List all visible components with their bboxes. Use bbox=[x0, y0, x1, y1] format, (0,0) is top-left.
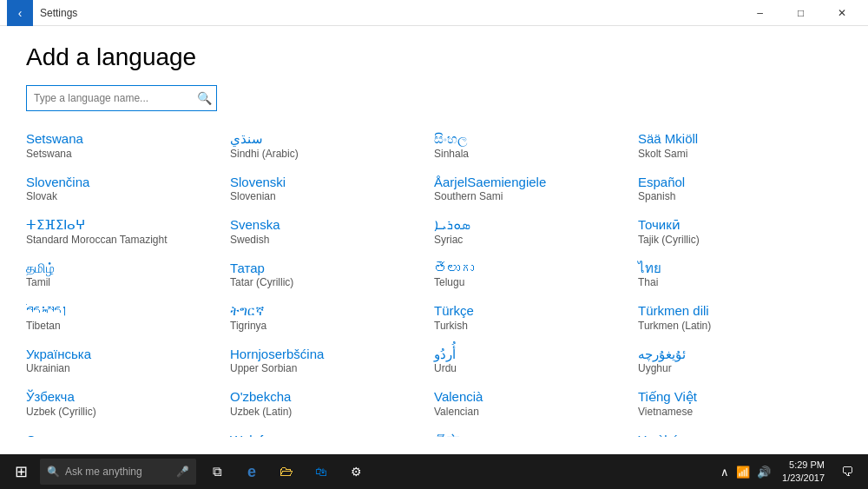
list-item[interactable]: ئۇيغۇرچەUyghur bbox=[638, 340, 842, 384]
store-button[interactable]: 🛍 bbox=[306, 456, 337, 487]
lang-native-name: Українська bbox=[26, 346, 223, 363]
list-item[interactable]: Tiếng ViệtVietnamese bbox=[638, 383, 842, 426]
lang-english-name: Uzbek (Latin) bbox=[230, 406, 427, 418]
list-item[interactable]: سنڌيSindhi (Arabic) bbox=[230, 125, 434, 169]
search-input[interactable] bbox=[27, 92, 192, 104]
windows-icon: ⊞ bbox=[15, 462, 28, 481]
lang-native-name: Hornjoserbšćina bbox=[230, 346, 427, 363]
list-item[interactable]: Sää MkiöllSkolt Sami bbox=[638, 125, 842, 169]
list-item[interactable]: TürkçeTurkish bbox=[434, 297, 638, 340]
list-item[interactable]: SetswanaSetswana bbox=[26, 125, 230, 169]
lang-native-name: తెలుగు bbox=[434, 260, 631, 277]
list-item[interactable]: أُردُوUrdu bbox=[434, 340, 638, 384]
taskbar-search-icon: 🔍 bbox=[47, 466, 60, 478]
clock-date: 1/23/2017 bbox=[782, 472, 825, 485]
search-icon: 🔍 bbox=[192, 86, 216, 110]
lang-native-name: ئۇيغۇرچە bbox=[638, 346, 835, 363]
lang-native-name: Точикӣ bbox=[638, 216, 835, 234]
edge-button[interactable]: e bbox=[236, 456, 267, 487]
explorer-button[interactable]: 🗁 bbox=[271, 456, 302, 487]
list-item[interactable]: УкраїнськаUkrainian bbox=[26, 340, 230, 384]
taskbar-clock[interactable]: 5:29 PM 1/23/2017 bbox=[777, 459, 830, 486]
scroll-area[interactable]: SetswanaSetswanaسنڌيSindhi (Arabic)සිංහල… bbox=[26, 125, 842, 437]
list-item[interactable]: SvenskaSwedish bbox=[230, 211, 434, 254]
list-item[interactable]: தமிழ்Tamil bbox=[26, 254, 230, 298]
lang-english-name: Uzbek (Cyrillic) bbox=[26, 406, 223, 418]
list-item[interactable]: EspañolSpanish bbox=[638, 169, 842, 212]
lang-english-name: Turkish bbox=[434, 320, 631, 332]
lang-english-name: Swedish bbox=[230, 234, 427, 246]
list-item[interactable]: ЎзбекчаUzbek (Cyrillic) bbox=[26, 383, 230, 426]
list-item[interactable]: ÅarjelSaemiengieleSouthern Sami bbox=[434, 169, 638, 212]
list-item[interactable]: ትግርኛTigrinya bbox=[230, 297, 434, 340]
content-wrapper: SetswanaSetswanaسنڌيSindhi (Arabic)සිංහල… bbox=[26, 125, 842, 437]
list-item[interactable]: O'zbekchaUzbek (Latin) bbox=[230, 383, 434, 426]
lang-native-name: ÅarjelSaemiengiele bbox=[434, 174, 631, 191]
list-item[interactable]: ไทยThai bbox=[638, 254, 842, 298]
list-item[interactable]: ܣܘܪܝܐSyriac bbox=[434, 211, 638, 254]
lang-native-name: ትግርኛ bbox=[230, 302, 427, 320]
back-button[interactable]: ‹ bbox=[7, 0, 33, 26]
lang-native-name: Tiếng Việt bbox=[638, 388, 835, 406]
list-item[interactable]: ТатарTatar (Cyrillic) bbox=[230, 254, 434, 298]
lang-english-name: Tibetan bbox=[26, 320, 223, 332]
lang-native-name: සිංහල bbox=[434, 130, 631, 148]
maximize-button[interactable]: □ bbox=[781, 0, 820, 26]
taskbar-right: ∧ 📶 🔊 5:29 PM 1/23/2017 🗨 bbox=[718, 456, 865, 487]
list-item[interactable]: YorùbáYoruba bbox=[638, 426, 842, 438]
settings-button[interactable]: ⚙ bbox=[340, 456, 372, 487]
network-icon[interactable]: 📶 bbox=[733, 466, 753, 479]
lang-english-name: Syriac bbox=[434, 234, 631, 246]
lang-english-name: Vietnamese bbox=[638, 406, 835, 418]
lang-native-name: ไทย bbox=[638, 260, 835, 277]
taskbar-search[interactable]: 🔍 Ask me anything 🎤 bbox=[40, 459, 196, 485]
lang-english-name: Thai bbox=[638, 276, 835, 288]
list-item[interactable]: తెలుగుTelugu bbox=[434, 254, 638, 298]
notification-button[interactable]: 🗨 bbox=[833, 456, 861, 487]
title-bar-title: Settings bbox=[40, 7, 77, 19]
list-item[interactable]: HornjoserbšćinaUpper Sorbian bbox=[230, 340, 434, 384]
task-view-button[interactable]: ⧉ bbox=[201, 456, 233, 487]
lang-native-name: أُردُو bbox=[434, 346, 631, 363]
list-item[interactable]: CymraegWelsh bbox=[26, 426, 230, 438]
list-item[interactable]: 彝文Yi bbox=[434, 426, 638, 438]
lang-native-name: བོད་སྐད། bbox=[26, 302, 223, 320]
list-item[interactable]: WolofWolof bbox=[230, 426, 434, 438]
up-arrow-icon[interactable]: ∧ bbox=[718, 466, 732, 479]
lang-native-name: Sää Mkiöll bbox=[638, 130, 835, 148]
minimize-button[interactable]: – bbox=[740, 0, 779, 26]
lang-native-name: Setswana bbox=[26, 130, 223, 148]
lang-native-name: Valencià bbox=[434, 388, 631, 406]
language-grid: SetswanaSetswanaسنڌيSindhi (Arabic)සිංහල… bbox=[26, 125, 842, 437]
list-item[interactable]: བོད་སྐད།Tibetan bbox=[26, 297, 230, 340]
mic-icon: 🎤 bbox=[176, 466, 189, 478]
start-button[interactable]: ⊞ bbox=[3, 454, 38, 489]
notification-icon: 🗨 bbox=[841, 465, 853, 479]
lang-native-name: தமிழ் bbox=[26, 260, 223, 277]
lang-english-name: Sinhala bbox=[434, 148, 631, 160]
list-item[interactable]: SlovenskiSlovenian bbox=[230, 169, 434, 212]
settings-icon: ⚙ bbox=[351, 465, 362, 479]
list-item[interactable]: SlovenčinaSlovak bbox=[26, 169, 230, 212]
lang-english-name: Skolt Sami bbox=[638, 148, 835, 160]
lang-native-name: Español bbox=[638, 174, 835, 191]
main-content: Add a language 🔍 SetswanaSetswanaسنڌيSin… bbox=[0, 26, 868, 454]
edge-icon: e bbox=[247, 463, 256, 481]
close-button[interactable]: ✕ bbox=[822, 0, 861, 26]
taskbar-icons: ⧉ e 🗁 🛍 ⚙ bbox=[201, 456, 372, 487]
list-item[interactable]: ⵜⵉⴼⵉⵏⴰⵖStandard Moroccan Tamazight bbox=[26, 211, 230, 254]
list-item[interactable]: ValenciàValencian bbox=[434, 383, 638, 426]
list-item[interactable]: සිංහලSinhala bbox=[434, 125, 638, 169]
title-bar-controls: – □ ✕ bbox=[740, 0, 861, 26]
lang-native-name: ⵜⵉⴼⵉⵏⴰⵖ bbox=[26, 216, 223, 234]
volume-icon[interactable]: 🔊 bbox=[754, 466, 773, 479]
lang-english-name: Standard Moroccan Tamazight bbox=[26, 234, 223, 246]
explorer-icon: 🗁 bbox=[279, 464, 293, 479]
title-bar-left: ‹ Settings bbox=[7, 0, 77, 26]
lang-english-name: Tatar (Cyrillic) bbox=[230, 276, 427, 288]
lang-native-name: Татар bbox=[230, 260, 427, 277]
list-item[interactable]: Türkmen diliTurkmen (Latin) bbox=[638, 297, 842, 340]
lang-english-name: Sindhi (Arabic) bbox=[230, 148, 427, 160]
lang-english-name: Upper Sorbian bbox=[230, 362, 427, 374]
list-item[interactable]: ТочикӣTajik (Cyrillic) bbox=[638, 211, 842, 254]
